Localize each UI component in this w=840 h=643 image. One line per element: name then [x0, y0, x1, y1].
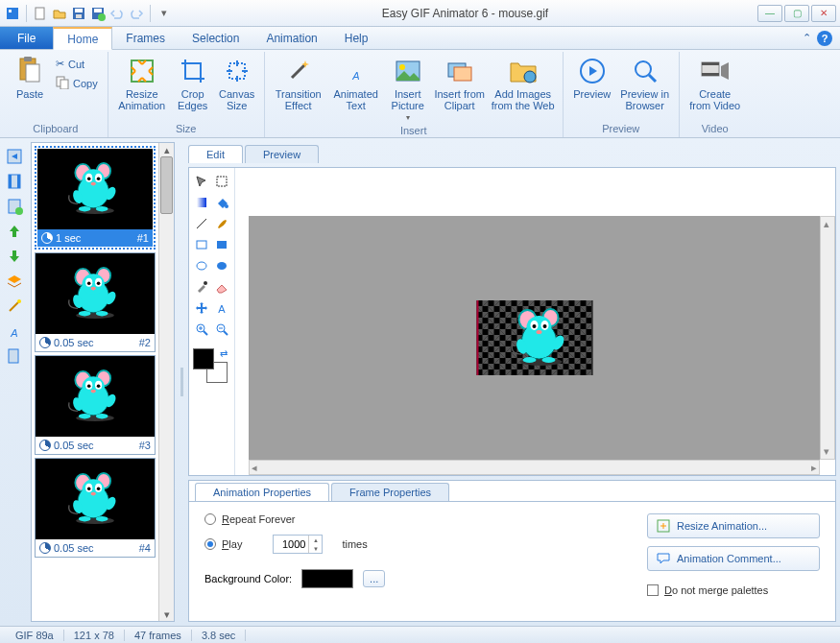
bgcolor-picker-button[interactable]: ...: [363, 570, 385, 587]
animation-comment-button[interactable]: Animation Comment...: [647, 546, 820, 571]
canvas-size-button[interactable]: Canvas Size: [216, 54, 258, 113]
canvas-vscrollbar[interactable]: ▴▾: [820, 216, 835, 460]
lt-filmadd-icon[interactable]: [4, 196, 25, 217]
tool-eraser-icon[interactable]: [213, 277, 231, 297]
svg-point-76: [91, 390, 96, 393]
undo-icon[interactable]: [108, 5, 126, 22]
tab-frame-properties[interactable]: Frame Properties: [331, 483, 449, 501]
resize-animation-dialog-button[interactable]: Resize Animation...: [647, 513, 820, 538]
lt-goto-icon[interactable]: [4, 146, 25, 167]
app-icon[interactable]: [4, 5, 21, 22]
swap-colors-icon[interactable]: ⇄: [220, 348, 228, 359]
tab-selection[interactable]: Selection: [179, 27, 252, 49]
lt-film-icon[interactable]: [4, 171, 25, 192]
tool-ellipse-icon[interactable]: [193, 256, 211, 275]
canvas-hscrollbar[interactable]: ◂▸: [249, 460, 820, 475]
status-dimensions: 121 x 78: [64, 630, 125, 641]
spinner-up-icon[interactable]: ▲: [309, 536, 322, 544]
spinner-down-icon[interactable]: ▼: [309, 544, 322, 553]
svg-rect-4: [75, 9, 83, 12]
tab-home[interactable]: Home: [53, 27, 112, 50]
maximize-button[interactable]: ▢: [784, 5, 809, 22]
open-icon[interactable]: [51, 5, 68, 22]
copy-button[interactable]: Copy: [52, 74, 102, 93]
scroll-down-icon[interactable]: ▾: [159, 607, 174, 621]
play-radio[interactable]: Play ▲▼ times: [204, 535, 385, 554]
svg-text:A: A: [10, 327, 17, 339]
canvas-image[interactable]: [476, 300, 592, 375]
cut-button[interactable]: ✂Cut: [52, 56, 102, 72]
tool-rect-icon[interactable]: [193, 235, 211, 254]
frames-scrollbar[interactable]: ▴ ▾: [158, 143, 174, 621]
tool-text-icon[interactable]: A: [213, 298, 231, 318]
preview-button[interactable]: Preview: [569, 54, 615, 102]
insert-picture-button[interactable]: Insert Picture▾: [386, 54, 430, 124]
tool-zoomin-icon[interactable]: [193, 320, 211, 339]
bgcolor-swatch[interactable]: [301, 569, 353, 588]
repeat-forever-radio[interactable]: Repeat Forever: [204, 513, 385, 525]
close-button[interactable]: ✕: [811, 5, 836, 22]
frame-thumbnail[interactable]: 0.05 sec#3: [35, 355, 156, 455]
help-icon[interactable]: ?: [817, 31, 832, 46]
window-title: Easy GIF Animator 6 - mouse.gif: [173, 7, 757, 20]
tool-brush-icon[interactable]: [213, 214, 231, 233]
lt-layers-icon[interactable]: [4, 271, 25, 292]
play-icon: [577, 56, 608, 86]
scroll-thumb[interactable]: [160, 156, 173, 214]
lt-wand-icon[interactable]: [4, 296, 25, 317]
lt-arrow-up-icon[interactable]: [4, 221, 25, 242]
tab-animation-properties[interactable]: Animation Properties: [195, 483, 329, 501]
tab-animation[interactable]: Animation: [252, 27, 330, 49]
edit-panel: A ⇄: [188, 167, 836, 476]
saveas-icon[interactable]: [89, 5, 107, 22]
frame-thumbnail[interactable]: 0.05 sec#2: [35, 252, 156, 352]
tool-ellipsefill-icon[interactable]: [213, 256, 231, 275]
animated-text-button[interactable]: AAnimated Text: [328, 54, 384, 113]
add-images-web-button[interactable]: Add Images from the Web: [490, 54, 557, 113]
create-from-video-button[interactable]: Create from Video: [685, 54, 745, 113]
tab-frames[interactable]: Frames: [112, 27, 179, 49]
paste-button[interactable]: Paste: [10, 54, 50, 102]
lt-text-a-icon[interactable]: A: [4, 321, 25, 342]
frames-list[interactable]: 1 sec#1 0.05 sec#2 0.05 sec#3 0.05 sec#4: [32, 143, 158, 621]
lt-arrow-down-icon[interactable]: [4, 246, 25, 267]
tool-move-icon[interactable]: [193, 298, 211, 318]
fg-color-swatch[interactable]: [193, 348, 214, 369]
tab-help[interactable]: Help: [331, 27, 382, 49]
crop-edges-button[interactable]: Crop Edges: [172, 54, 214, 113]
svg-rect-7: [94, 9, 102, 12]
splitter[interactable]: [179, 142, 184, 622]
transition-effect-button[interactable]: Transition Effect: [271, 54, 326, 113]
play-count-input[interactable]: ▲▼: [273, 535, 323, 554]
minimize-button[interactable]: —: [757, 5, 782, 22]
scroll-up-icon[interactable]: ▴: [159, 143, 174, 156]
file-menu-button[interactable]: File: [0, 27, 53, 49]
tab-edit[interactable]: Edit: [188, 145, 243, 163]
qat-dropdown-icon[interactable]: ▾: [156, 5, 173, 22]
redo-icon[interactable]: [128, 5, 145, 22]
tool-marquee-icon[interactable]: [213, 172, 231, 191]
svg-rect-100: [217, 241, 227, 249]
tool-gradient-icon[interactable]: [193, 193, 211, 212]
resize-animation-button[interactable]: Resize Animation: [114, 54, 170, 113]
preview-browser-button[interactable]: Preview in Browser: [617, 54, 673, 113]
frame-thumbnail[interactable]: 1 sec#1: [35, 146, 156, 250]
tool-rectfill-icon[interactable]: [213, 235, 231, 254]
tool-eyedropper-icon[interactable]: [193, 277, 211, 297]
lt-doc-icon[interactable]: [4, 345, 25, 367]
tool-zoomout-icon[interactable]: [213, 320, 231, 339]
insert-clipart-button[interactable]: Insert from Clipart: [432, 54, 488, 113]
tool-line-icon[interactable]: [193, 214, 211, 233]
frame-thumbnail[interactable]: 0.05 sec#4: [35, 458, 156, 558]
save-icon[interactable]: [70, 5, 87, 22]
new-icon[interactable]: [32, 5, 49, 22]
no-merge-palettes-checkbox[interactable]: Do not merge palettes: [647, 584, 820, 596]
center-area: Edit Preview A ⇄: [188, 142, 836, 622]
svg-point-52: [96, 206, 108, 211]
collapse-ribbon-icon[interactable]: ⌃: [803, 32, 811, 44]
tool-fill-icon[interactable]: [213, 193, 231, 212]
tab-preview[interactable]: Preview: [245, 145, 319, 163]
color-swatch[interactable]: ⇄: [193, 348, 228, 383]
tool-pointer-icon[interactable]: [193, 172, 211, 191]
canvas[interactable]: [249, 216, 820, 460]
